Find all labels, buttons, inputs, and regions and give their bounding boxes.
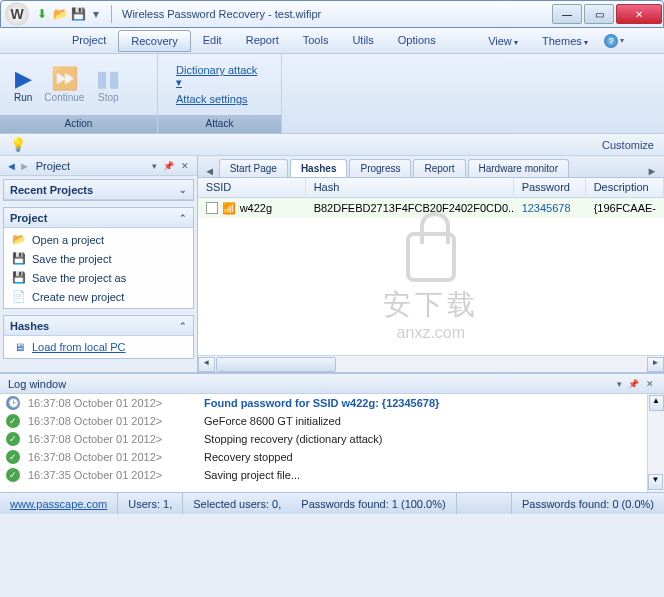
item-label: Create new project (32, 291, 124, 303)
load-local-pc-item[interactable]: 🖥 Load from local PC (4, 338, 193, 356)
tab-next-icon[interactable]: ► (644, 165, 660, 177)
window-title: Wireless Password Recovery - test.wifipr (122, 8, 321, 20)
menu-view[interactable]: View (476, 31, 530, 51)
log-row: ✓16:37:35 October 01 2012>Saving project… (0, 466, 664, 484)
attack-method-link[interactable]: Dictionary attack ▾ (176, 64, 263, 89)
status-found2: Passwords found: 0 (0.0%) (511, 493, 664, 514)
content-panel: ◄ Start PageHashesProgressReportHardware… (198, 156, 664, 372)
wifi-icon: 📶 (222, 202, 236, 215)
tree-item[interactable]: 📄Create new project (4, 287, 193, 306)
log-panel: Log window ▾ 📌 ✕ 🕒16:37:08 October 01 20… (0, 372, 664, 492)
scroll-left-icon[interactable]: ◄ (198, 357, 215, 372)
grid-header: SSID Hash Password Description (198, 178, 664, 198)
nav-back-icon[interactable]: ◄ (6, 160, 17, 172)
maximize-button[interactable]: ▭ (584, 4, 614, 24)
log-row: 🕒16:37:08 October 01 2012>Found password… (0, 394, 664, 412)
hashes-section-label: Hashes (10, 320, 49, 332)
project-section: Project ⌃ 📂Open a project💾Save the proje… (3, 207, 194, 309)
tab-hardware-monitor[interactable]: Hardware monitor (468, 159, 569, 177)
tab-progress[interactable]: Progress (349, 159, 411, 177)
tab-hashes[interactable]: Hashes (290, 159, 348, 177)
nav-fwd-icon[interactable]: ► (19, 160, 30, 172)
menu-report[interactable]: Report (234, 30, 291, 52)
quick-open-icon[interactable]: 📂 (53, 7, 67, 21)
stop-button[interactable]: ▮▮ Stop (90, 64, 126, 105)
cell-description: {196FCAAE- (586, 202, 664, 214)
quick-save-icon[interactable]: 💾 (71, 7, 85, 21)
col-description[interactable]: Description (586, 178, 664, 197)
scroll-up-icon[interactable]: ▲ (649, 395, 664, 411)
menu-utils[interactable]: Utils (340, 30, 385, 52)
watermark: 安下载 anxz.com (383, 232, 479, 342)
tab-start-page[interactable]: Start Page (219, 159, 288, 177)
menu-recovery[interactable]: Recovery (118, 30, 190, 52)
watermark-cn: 安下载 (383, 286, 479, 324)
log-message: Saving project file... (204, 469, 300, 481)
status-url[interactable]: www.passcape.com (0, 493, 118, 514)
menu-themes[interactable]: Themes (530, 31, 600, 51)
panel-controls[interactable]: ▾ 📌 ✕ (152, 161, 191, 171)
menu-project[interactable]: Project (60, 30, 118, 52)
ribbon: ▶ Run ⏩ Continue ▮▮ Stop Action Dictiona… (0, 54, 664, 134)
recent-projects-section: Recent Projects ⌄ (3, 179, 194, 201)
log-timestamp: 16:37:08 October 01 2012> (28, 451, 196, 463)
tab-report[interactable]: Report (413, 159, 465, 177)
log-message: Recovery stopped (204, 451, 293, 463)
status-found: Passwords found: 1 (100.0%) (291, 493, 456, 514)
log-row: ✓16:37:08 October 01 2012>GeForce 8600 G… (0, 412, 664, 430)
customize-link[interactable]: Customize (602, 139, 654, 151)
tree-item[interactable]: 📂Open a project (4, 230, 193, 249)
clock-icon: 🕒 (6, 396, 20, 410)
grid-body: 安下载 anxz.com (198, 218, 664, 355)
table-row[interactable]: 📶w422gB82DFEBD2713F4FCB20F2402F0CD0...12… (198, 198, 664, 218)
tab-prev-icon[interactable]: ◄ (202, 165, 218, 177)
attack-group-label: Attack (158, 115, 281, 133)
run-button[interactable]: ▶ Run (8, 64, 38, 105)
recent-projects-header[interactable]: Recent Projects ⌄ (4, 180, 193, 200)
col-hash[interactable]: Hash (306, 178, 514, 197)
scroll-right-icon[interactable]: ► (647, 357, 664, 372)
scroll-down-icon[interactable]: ▼ (648, 474, 663, 490)
help-dropdown-icon[interactable]: ▾ (620, 36, 624, 45)
attack-settings-link[interactable]: Attack settings (176, 93, 263, 105)
statusbar: www.passcape.com Users: 1, Selected user… (0, 492, 664, 514)
log-message: Stopping recovery (dictionary attack) (204, 433, 383, 445)
status-url-link[interactable]: www.passcape.com (10, 498, 107, 510)
watermark-en: anxz.com (383, 324, 479, 342)
tree-item[interactable]: 💾Save the project (4, 249, 193, 268)
close-button[interactable]: ✕ (616, 4, 662, 24)
forward-icon: ⏩ (51, 66, 78, 92)
scroll-thumb[interactable] (216, 357, 336, 372)
customize-strip: 💡 Customize (0, 134, 664, 156)
check-icon: ✓ (6, 468, 20, 482)
horizontal-scrollbar[interactable]: ◄ ► (198, 355, 664, 372)
log-controls[interactable]: ▾ 📌 ✕ (617, 379, 656, 389)
menu-edit[interactable]: Edit (191, 30, 234, 52)
continue-button[interactable]: ⏩ Continue (38, 64, 90, 105)
row-checkbox[interactable] (206, 202, 218, 214)
menu-options[interactable]: Options (386, 30, 448, 52)
col-password[interactable]: Password (514, 178, 586, 197)
bulb-icon[interactable]: 💡 (10, 137, 26, 152)
project-panel-title: Project (36, 160, 70, 172)
project-panel-header: ◄ ► Project ▾ 📌 ✕ (0, 156, 197, 176)
status-users: Users: 1, (118, 493, 183, 514)
log-vertical-scrollbar[interactable]: ▲ ▼ (647, 394, 664, 492)
project-section-header[interactable]: Project ⌃ (4, 208, 193, 228)
log-timestamp: 16:37:35 October 01 2012> (28, 469, 196, 481)
menu-tools[interactable]: Tools (291, 30, 341, 52)
help-icon[interactable]: ? (604, 34, 618, 48)
titlebar: W ⬇ 📂 💾 ▾ Wireless Password Recovery - t… (0, 0, 664, 28)
col-ssid[interactable]: SSID (198, 178, 306, 197)
app-icon: W (5, 2, 29, 26)
pause-icon: ▮▮ (96, 66, 120, 92)
quick-download-icon[interactable]: ⬇ (35, 7, 49, 21)
hashes-section-header[interactable]: Hashes ⌃ (4, 316, 193, 336)
tree-item[interactable]: 💾Save the project as (4, 268, 193, 287)
monitor-icon: 🖥 (12, 341, 26, 353)
stop-label: Stop (98, 92, 119, 103)
chevron-down-icon: ⌄ (179, 185, 187, 195)
log-header: Log window ▾ 📌 ✕ (0, 374, 664, 394)
quick-more-icon[interactable]: ▾ (89, 7, 103, 21)
minimize-button[interactable]: — (552, 4, 582, 24)
